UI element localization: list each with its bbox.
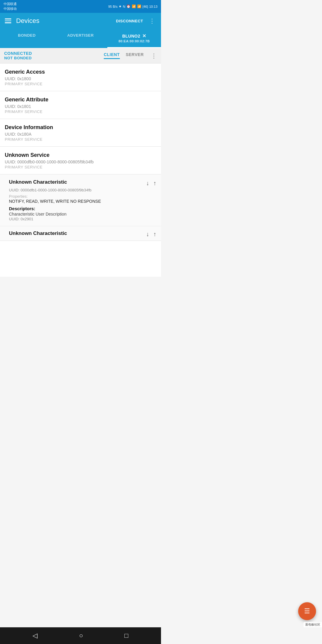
time: 10:13 [149,5,157,8]
char-properties-label: Properties: [9,194,156,199]
services-list: Generic Access UUID: 0x1800 PRIMARY SERV… [0,64,161,277]
tab-client[interactable]: CLIENT [104,52,120,59]
battery-icon: [46] [143,5,148,8]
connection-status: CONNECTED NOT BONDED [4,51,104,60]
tab-bonded[interactable]: BONDED [0,29,54,48]
char-download-button[interactable]: ↓ [146,180,149,187]
device-tab-row: BLUNO2 ✕ [122,33,146,39]
char-name: Unknown Characteristic [9,179,143,185]
char-actions: ↓ ↑ [146,180,156,187]
char-descriptor-name: Characteristic User Description [9,212,156,216]
service-unknown: Unknown Service UUID: 0000dfb0-0000-1000… [0,147,161,174]
char-descriptor-uuid: UUID: 0x2901 [9,217,156,221]
carrier-2: 中国移动 [4,7,17,11]
bluetooth-icon: ★ [119,4,122,8]
not-bonded-label: NOT BONDED [4,56,104,60]
hamburger-line-3 [5,22,11,23]
sub-header: CONNECTED NOT BONDED CLIENT SERVER ⋮ [0,48,161,64]
characteristic-1: Unknown Characteristic ↓ ↑ UUID: 0000dfb… [0,174,161,226]
service-name: Generic Access [5,69,156,75]
service-type: PRIMARY SERVICE [5,82,156,86]
device-name: BLUNO2 [122,34,140,38]
sub-more-options-icon[interactable]: ⋮ [151,52,157,59]
app-bar: Devices DISCONNECT ⋮ [0,13,161,29]
main-tabs: BONDED ADVERTISER BLUNO2 ✕ 80:EA:00:00:0… [0,29,161,48]
service-type: PRIMARY SERVICE [5,165,156,169]
service-uuid: UUID: 0x180A [5,132,156,137]
hamburger-menu[interactable] [5,18,11,23]
carrier-info: 中国联通 中国移动 [4,2,17,11]
status-right: 95 B/s ★ N ⏰ 📶 📶 [46] 10:13 [108,4,157,8]
characteristic-2-partial: Unknown Characteristic ↓ ↑ [0,226,161,241]
disconnect-button[interactable]: DISCONNECT [116,19,143,23]
service-type: PRIMARY SERVICE [5,109,156,114]
close-device-tab-icon[interactable]: ✕ [142,33,146,39]
service-uuid: UUID: 0x1800 [5,76,156,81]
service-device-information: Device Information UUID: 0x180A PRIMARY … [0,119,161,147]
sub-tabs: CLIENT SERVER ⋮ [104,52,157,59]
nfc-icon: N [123,5,125,8]
network-speed: 95 B/s [108,5,117,8]
tab-server[interactable]: SERVER [126,52,144,59]
wifi-icon: 📶 [132,4,136,8]
service-uuid: UUID: 0000dfb0-0000-1000-8000-00805f9b34… [5,160,156,164]
char-header: Unknown Characteristic ↓ ↑ [9,179,156,187]
page-title: Devices [16,17,111,25]
service-generic-access: Generic Access UUID: 0x1800 PRIMARY SERV… [0,64,161,91]
connected-label: CONNECTED [4,51,104,56]
more-options-icon[interactable]: ⋮ [148,17,156,24]
alarm-icon: ⏰ [126,4,131,8]
tab-device[interactable]: BLUNO2 ✕ 80:EA:00:00:02:7B [107,29,161,48]
char-upload-button[interactable]: ↑ [153,180,156,187]
char-uuid: UUID: 0000dfb1-0000-1000-8000-00805f9b34… [9,188,156,192]
service-name: Device Information [5,124,156,131]
char-descriptors-label: Descriptors: [9,206,156,211]
service-name: Generic Attribute [5,97,156,103]
char-name-2: Unknown Characteristic [9,230,67,236]
char-properties-value: NOTIFY, READ, WRITE, WRITE NO RESPONSE [9,199,156,204]
hamburger-line-2 [5,21,11,21]
tab-advertiser[interactable]: ADVERTISER [54,29,107,48]
device-address: 80:EA:00:00:02:7B [118,39,150,43]
carrier-1: 中国联通 [4,2,17,6]
service-generic-attribute: Generic Attribute UUID: 0x1801 PRIMARY S… [0,91,161,119]
service-name: Unknown Service [5,152,156,158]
status-bar: 中国联通 中国移动 95 B/s ★ N ⏰ 📶 📶 [46] 10:13 [0,0,161,13]
char2-download-icon[interactable]: ↓ [146,231,149,238]
service-type: PRIMARY SERVICE [5,137,156,142]
signal-icon: 📶 [137,4,141,8]
service-uuid: UUID: 0x1801 [5,104,156,109]
hamburger-line-1 [5,18,11,19]
char2-upload-icon[interactable]: ↑ [153,231,156,238]
